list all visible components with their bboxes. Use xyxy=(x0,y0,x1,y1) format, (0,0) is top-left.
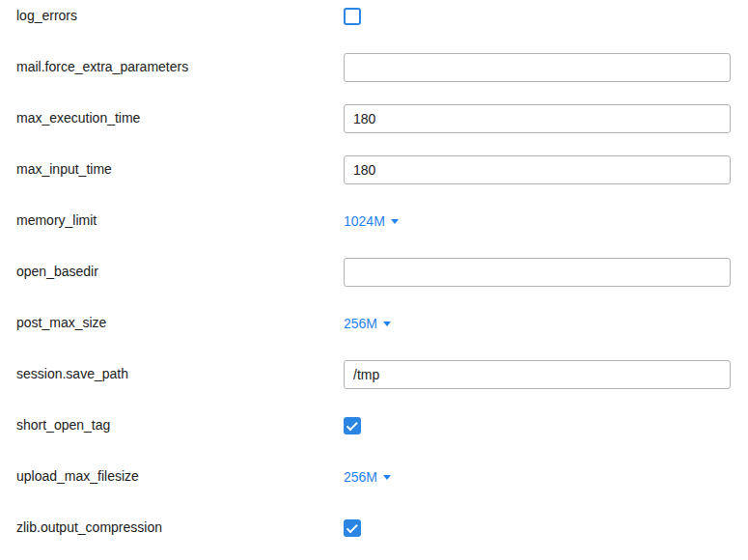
setting-control xyxy=(344,8,748,25)
setting-label: session.save_path xyxy=(0,365,344,382)
text-input[interactable] xyxy=(344,104,731,133)
chevron-down-icon xyxy=(383,322,391,326)
setting-control: 256M xyxy=(344,469,748,485)
dropdown-value: 256M xyxy=(344,469,377,485)
setting-label: upload_max_filesize xyxy=(0,467,344,485)
setting-row: max_execution_time xyxy=(0,93,748,144)
setting-row: zlib.output_compression xyxy=(0,502,748,553)
setting-row: memory_limit 1024M xyxy=(0,195,748,246)
text-input[interactable] xyxy=(344,155,731,184)
dropdown-value: 256M xyxy=(344,316,377,331)
setting-control: 256M xyxy=(344,316,748,331)
dropdown-value: 1024M xyxy=(344,213,385,229)
setting-row: max_input_time xyxy=(0,144,748,195)
setting-control xyxy=(344,53,748,82)
setting-row: post_max_size 256M xyxy=(0,297,748,349)
setting-label: zlib.output_compression xyxy=(0,518,344,536)
php-settings-form: log_errors mail.force_extra_parameters m… xyxy=(0,0,748,560)
setting-label: log_errors xyxy=(0,7,344,24)
setting-control xyxy=(344,104,748,133)
setting-row: upload_max_filesize 256M xyxy=(0,451,748,502)
checkbox-checked[interactable] xyxy=(344,519,361,537)
settings-rows: log_errors mail.force_extra_parameters m… xyxy=(0,0,748,553)
setting-label: max_input_time xyxy=(0,160,344,178)
setting-label: open_basedir xyxy=(0,263,344,280)
check-icon xyxy=(346,419,357,431)
check-icon xyxy=(346,521,357,533)
setting-label: post_max_size xyxy=(0,314,344,331)
setting-label: max_execution_time xyxy=(0,109,344,126)
chevron-down-icon xyxy=(383,475,391,480)
setting-row: session.save_path xyxy=(0,349,748,400)
text-input[interactable] xyxy=(344,360,731,389)
setting-row: short_open_tag xyxy=(0,400,748,451)
setting-label: mail.force_extra_parameters xyxy=(0,58,344,75)
text-input[interactable] xyxy=(344,258,731,287)
setting-control xyxy=(344,417,748,434)
setting-control xyxy=(344,155,748,184)
dropdown-toggle[interactable]: 1024M xyxy=(344,213,399,229)
chevron-down-icon xyxy=(391,219,399,224)
text-input[interactable] xyxy=(344,53,731,82)
checkbox-unchecked[interactable] xyxy=(344,8,361,25)
setting-control xyxy=(344,258,748,287)
dropdown-toggle[interactable]: 256M xyxy=(344,316,391,331)
setting-control xyxy=(344,519,748,537)
dropdown-toggle[interactable]: 256M xyxy=(344,469,391,485)
setting-row: mail.force_extra_parameters xyxy=(0,42,748,93)
setting-row: log_errors xyxy=(0,0,748,42)
setting-label: memory_limit xyxy=(0,211,344,229)
checkbox-checked[interactable] xyxy=(344,417,361,434)
setting-control xyxy=(344,360,748,389)
setting-row: open_basedir xyxy=(0,246,748,297)
setting-label: short_open_tag xyxy=(0,416,344,434)
setting-control: 1024M xyxy=(344,213,748,229)
